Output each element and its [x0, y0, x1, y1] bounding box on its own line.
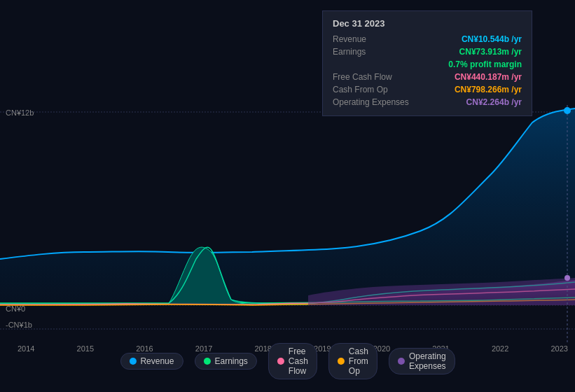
revenue-dot — [564, 107, 571, 114]
chart-container: Dec 31 2023 Revenue CN¥10.544b /yr Earni… — [0, 0, 575, 392]
opex-dot — [564, 275, 570, 281]
legend-dot-revenue — [129, 358, 136, 365]
tooltip-row-cashop: Cash From Op CN¥798.266m /yr — [333, 83, 522, 96]
legend-dot-fcf — [277, 358, 284, 365]
tooltip-row-opex: Operating Expenses CN¥2.264b /yr — [333, 96, 522, 108]
legend-dot-opex — [398, 358, 405, 365]
legend-label-earnings: Earnings — [214, 356, 247, 366]
tooltip-card: Dec 31 2023 Revenue CN¥10.544b /yr Earni… — [322, 10, 532, 116]
revenue-area — [0, 108, 575, 305]
legend-item-revenue[interactable]: Revenue — [120, 353, 183, 370]
tooltip-value-earnings: CN¥73.913m /yr — [459, 47, 522, 57]
tooltip-value-margin: 0.7% profit margin — [448, 59, 522, 69]
legend-item-cashop[interactable]: Cash From Op — [328, 343, 377, 379]
tooltip-value-fcf: CN¥440.187m /yr — [455, 72, 522, 82]
tooltip-label-fcf: Free Cash Flow — [333, 72, 417, 82]
tooltip-row-margin: 0.7% profit margin — [333, 58, 522, 71]
chart-svg — [0, 105, 575, 343]
legend-dot-cashop — [338, 358, 345, 365]
tooltip-value-revenue: CN¥10.544b /yr — [462, 34, 522, 44]
legend-item-opex[interactable]: Operating Expenses — [389, 348, 455, 374]
x-label-2014: 2014 — [18, 344, 34, 353]
tooltip-value-opex: CN¥2.264b /yr — [466, 97, 522, 107]
legend-label-fcf: Free Cash Flow — [289, 346, 308, 376]
tooltip-label-revenue: Revenue — [333, 34, 417, 44]
x-label-2023: 2023 — [550, 344, 567, 353]
tooltip-label-cashop: Cash From Op — [333, 85, 417, 94]
tooltip-label-opex: Operating Expenses — [333, 97, 417, 107]
legend-item-fcf[interactable]: Free Cash Flow — [268, 343, 317, 379]
x-label-2022: 2022 — [492, 344, 508, 353]
tooltip-date: Dec 31 2023 — [333, 18, 522, 29]
tooltip-row-revenue: Revenue CN¥10.544b /yr — [333, 33, 522, 46]
tooltip-value-cashop: CN¥798.266m /yr — [455, 85, 522, 94]
chart-legend: Revenue Earnings Free Cash Flow Cash Fro… — [120, 343, 455, 379]
legend-label-cashop: Cash From Op — [349, 346, 368, 376]
legend-item-earnings[interactable]: Earnings — [194, 353, 256, 370]
tooltip-row-earnings: Earnings CN¥73.913m /yr — [333, 46, 522, 58]
legend-dot-earnings — [203, 358, 210, 365]
legend-label-revenue: Revenue — [140, 356, 174, 366]
tooltip-row-fcf: Free Cash Flow CN¥440.187m /yr — [333, 71, 522, 83]
tooltip-label-earnings: Earnings — [333, 47, 417, 57]
x-label-2015: 2015 — [77, 344, 94, 353]
legend-label-opex: Operating Expenses — [409, 351, 446, 371]
